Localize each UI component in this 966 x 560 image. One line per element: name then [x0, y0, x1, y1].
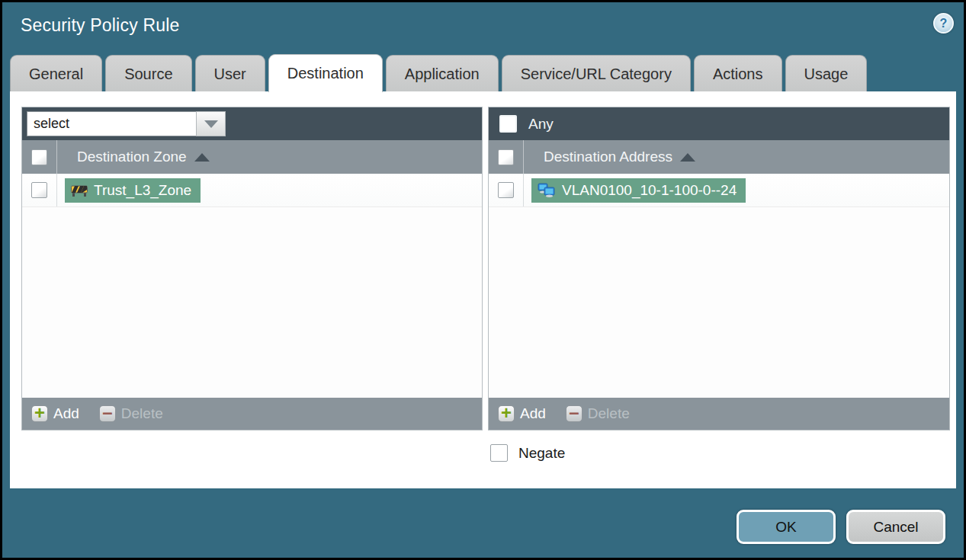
tab-bar: General Source User Destination Applicat…	[10, 54, 956, 92]
address-list: VLAN0100_10-1-100-0--24	[489, 174, 949, 398]
any-label: Any	[528, 116, 554, 133]
zone-row-checkbox[interactable]	[31, 182, 47, 198]
negate-checkbox[interactable]	[490, 444, 508, 462]
address-panel-footer: + Add – Delete	[489, 398, 949, 430]
dialog-title: Security Policy Rule	[21, 15, 180, 36]
zone-select-dropdown-button[interactable]	[196, 111, 226, 136]
destination-tab-content: Destination Zone	[10, 91, 956, 488]
tab-destination[interactable]: Destination	[268, 54, 383, 92]
zone-select-combobox	[27, 111, 226, 136]
zone-add-label: Add	[53, 405, 79, 422]
address-delete-label: Delete	[588, 405, 630, 422]
address-entry[interactable]: VLAN0100_10-1-100-0--24	[531, 178, 746, 203]
zone-list: Trust_L3_Zone	[22, 174, 482, 398]
zone-panel-footer: + Add – Delete	[22, 398, 482, 430]
tab-user[interactable]: User	[195, 55, 265, 92]
zone-panel-toolbar	[22, 107, 482, 140]
sort-ascending-icon[interactable]	[194, 153, 210, 162]
address-add-button[interactable]: + Add	[498, 405, 546, 422]
tab-service-url-category[interactable]: Service/URL Category	[502, 55, 691, 92]
address-row-checkbox-cell	[489, 174, 524, 206]
any-checkbox[interactable]	[499, 115, 517, 133]
destination-zone-panel: Destination Zone	[21, 107, 483, 430]
plus-icon: +	[31, 405, 48, 422]
title-bar: Security Policy Rule ?	[2, 2, 964, 50]
help-icon[interactable]: ?	[933, 13, 954, 34]
destination-address-panel: Any Destination Address	[488, 107, 950, 430]
chevron-down-icon	[204, 120, 218, 128]
address-entry-label: VLAN0100_10-1-100-0--24	[562, 182, 737, 199]
negate-option: Negate	[490, 444, 565, 462]
address-icon	[538, 183, 556, 197]
zone-column-header-row: Destination Zone	[22, 140, 482, 174]
zone-entry[interactable]: Trust_L3_Zone	[65, 178, 201, 203]
zone-select-input[interactable]	[27, 111, 196, 136]
tab-general[interactable]: General	[10, 55, 102, 92]
zone-header-checkbox-cell	[22, 140, 57, 174]
address-delete-button[interactable]: – Delete	[566, 405, 630, 422]
address-header-checkbox-cell	[489, 140, 524, 174]
tab-usage[interactable]: Usage	[785, 55, 868, 92]
zone-delete-label: Delete	[121, 405, 163, 422]
cancel-button[interactable]: Cancel	[846, 510, 945, 544]
zone-add-button[interactable]: + Add	[31, 405, 79, 422]
zone-delete-button[interactable]: – Delete	[99, 405, 163, 422]
address-add-label: Add	[520, 405, 546, 422]
zone-row: Trust_L3_Zone	[22, 174, 482, 207]
zone-select-all-checkbox[interactable]	[31, 149, 47, 165]
sort-ascending-icon[interactable]	[680, 153, 695, 162]
address-panel-toolbar: Any	[489, 107, 949, 140]
tab-application[interactable]: Application	[386, 55, 499, 92]
tab-actions[interactable]: Actions	[694, 55, 782, 92]
plus-icon: +	[498, 405, 515, 422]
address-column-header[interactable]: Destination Address	[544, 149, 672, 165]
zone-row-checkbox-cell	[22, 174, 57, 206]
negate-label: Negate	[518, 445, 565, 462]
minus-icon: –	[99, 405, 116, 422]
zone-column-header[interactable]: Destination Zone	[77, 149, 187, 165]
address-column-header-row: Destination Address	[489, 140, 949, 174]
zone-entry-label: Trust_L3_Zone	[94, 182, 191, 199]
security-policy-rule-dialog: Security Policy Rule ? General Source Us…	[0, 0, 966, 560]
zone-icon	[71, 184, 88, 197]
ok-button[interactable]: OK	[737, 510, 836, 544]
minus-icon: –	[566, 405, 582, 422]
address-select-all-checkbox[interactable]	[498, 149, 514, 165]
address-row-checkbox[interactable]	[498, 182, 514, 198]
address-row: VLAN0100_10-1-100-0--24	[489, 174, 949, 207]
tab-source[interactable]: Source	[105, 55, 191, 92]
